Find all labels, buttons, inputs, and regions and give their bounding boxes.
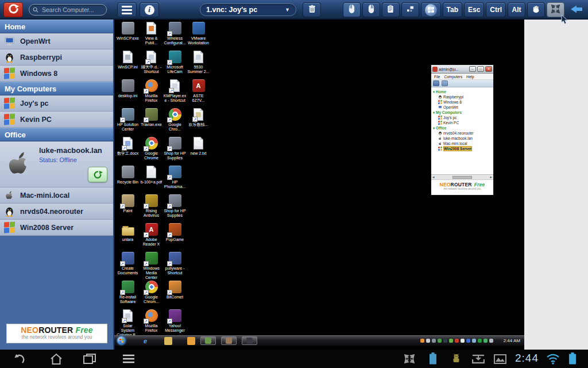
mouse-left-click-button[interactable] — [343, 2, 361, 17]
desktop-icon[interactable]: desktop.ini — [116, 79, 140, 98]
minimize-button[interactable]: – — [469, 66, 476, 72]
android-clock[interactable]: 2:44 — [515, 352, 539, 365]
search-box[interactable] — [29, 4, 107, 16]
desktop-icon[interactable]: ↗Google Chro... — [163, 108, 187, 132]
remote-taskbar[interactable]: e 2:44 AM — [114, 335, 524, 346]
tray-icon[interactable] — [432, 339, 436, 343]
menu-computers[interactable]: Computers — [444, 75, 462, 79]
mouse-right-click-button[interactable] — [362, 2, 380, 17]
recent-apps-button[interactable] — [82, 352, 98, 365]
desktop-icon[interactable]: Recycle Bin — [116, 166, 140, 185]
desktop-icon[interactable]: ↗HP Solution Center — [116, 108, 140, 132]
computers-tool-icon[interactable] — [433, 80, 439, 86]
sidebar-item[interactable]: Joy's pc — [0, 95, 113, 112]
tray-icon[interactable] — [489, 339, 493, 343]
start-button[interactable] — [117, 336, 126, 345]
scroll-left-arrow[interactable]: ◄ — [432, 175, 435, 179]
desktop-icon[interactable]: View & Publi... — [140, 22, 163, 45]
collapse-toolbar-button[interactable] — [566, 2, 587, 17]
menu-help[interactable]: Help — [466, 75, 474, 79]
tray-icon[interactable] — [455, 339, 459, 343]
maximize-button[interactable]: □ — [477, 66, 484, 72]
desktop-icon[interactable]: ↗Yahoo! Messenger — [163, 309, 187, 333]
desktop-icon[interactable]: ↗PopGame — [163, 223, 187, 242]
desktop-icon[interactable]: ↗HP Photosma... — [163, 166, 187, 189]
sidebar-item[interactable]: OpenWrt — [0, 33, 113, 49]
tray-icon[interactable] — [449, 339, 453, 343]
tree-item[interactable]: Mac-mini.local — [438, 141, 493, 146]
desktop-icon[interactable]: ↗Mozilla Firefox — [140, 309, 163, 333]
esc-key-button[interactable]: Esc — [464, 2, 484, 17]
tray-icon[interactable] — [466, 339, 470, 343]
tray-icon[interactable] — [426, 339, 430, 343]
remote-neorouter-window[interactable]: admin@ju... – □ ✕ FileComputersHelp ▾Hom… — [431, 64, 494, 195]
sidebar-item[interactable]: Win2008 Server — [0, 220, 113, 236]
tray-icon[interactable] — [420, 339, 424, 343]
desktop-icon[interactable]: A↗Adobe Reader X — [140, 223, 163, 247]
tree-item[interactable]: OpenWrt — [438, 105, 493, 110]
desktop-icon[interactable]: ↗数学工.docx — [116, 137, 140, 156]
taskbar-app-button[interactable] — [221, 336, 237, 345]
desktop-icon[interactable]: WinSCP.exe — [116, 22, 140, 41]
desktop-icon[interactable]: VMware Workstation — [187, 22, 210, 45]
tree-section[interactable]: ▾Office — [433, 125, 493, 131]
resize-display-button[interactable] — [401, 2, 419, 17]
scroll-right-arrow[interactable]: ► — [490, 175, 493, 179]
desktop-icon[interactable]: ↗Shop for HP Supplies — [163, 137, 187, 160]
sidebar-item-expanded[interactable]: luke-macbook.lanStatus: Offline — [0, 141, 113, 187]
desktop-icon[interactable]: ↗Windows Media Center — [140, 252, 163, 280]
desktop-icon[interactable]: ↗Google Chrom... — [140, 281, 163, 304]
clipboard-button[interactable] — [382, 2, 400, 17]
taskbar-app-button[interactable] — [200, 336, 216, 345]
windows-key-button[interactable] — [421, 2, 441, 17]
tree-item[interactable]: nrvds04.neorouter — [438, 131, 493, 136]
close-button[interactable]: ✕ — [485, 66, 492, 72]
scrollbar-thumb[interactable] — [452, 176, 472, 179]
desktop-icon[interactable]: ↗Paint — [116, 194, 140, 213]
usb-storage-icon[interactable] — [472, 354, 485, 364]
tree-item[interactable]: Kevin PC — [438, 120, 493, 125]
search-input[interactable] — [41, 6, 103, 14]
tab-key-button[interactable]: Tab — [443, 2, 462, 17]
taskbar-icon[interactable]: e — [141, 337, 149, 345]
sidebar-item[interactable]: Kevin PC — [0, 112, 113, 128]
tree-section[interactable]: ▾Home — [433, 89, 493, 94]
desktop-icon[interactable]: AASTE 6Z7V... — [187, 79, 210, 103]
taskbar-app-button[interactable] — [242, 336, 257, 345]
tree-section[interactable]: ▾My Computers — [433, 110, 493, 115]
neorouter-app-icon[interactable] — [3, 2, 23, 17]
taskbar-icon[interactable] — [164, 337, 172, 345]
sidebar-item[interactable]: Mac-mini.local — [0, 187, 113, 204]
sidebar-item[interactable]: nrvds04.neorouter — [0, 204, 113, 220]
tray-icon[interactable] — [478, 339, 482, 343]
desktop-icon[interactable]: unlara — [116, 223, 140, 242]
info-button[interactable]: i — [140, 2, 159, 17]
close-session-button[interactable] — [303, 2, 321, 17]
desktop-icon[interactable]: ↗BitComet — [163, 281, 187, 300]
desktop-icon[interactable]: ↗Mozilla Firefox — [140, 79, 163, 103]
app-menu-button[interactable] — [121, 352, 137, 365]
desktop-icon[interactable]: new 2.txt — [187, 137, 210, 156]
tray-icon[interactable] — [443, 339, 447, 343]
desktop-icon[interactable]: ↗Create Documents — [116, 252, 140, 275]
desktop-icon[interactable]: ↗pullyware - Shortcut — [163, 252, 187, 275]
screenshot-icon[interactable] — [494, 354, 506, 364]
menu-file[interactable]: File — [434, 75, 440, 79]
system-tray[interactable] — [420, 339, 493, 343]
battery-status-icon[interactable] — [429, 352, 437, 365]
tray-icon[interactable] — [438, 339, 442, 343]
battery-icon[interactable] — [568, 352, 577, 365]
network-tool-icon[interactable] — [442, 80, 448, 86]
desktop-icon[interactable]: b-100+a.pdf — [140, 166, 163, 185]
tree-item[interactable]: Raspberrypi — [438, 94, 493, 99]
remote-desktop-viewport[interactable]: WinSCP.exeView & Publi...↗Wireless Confi… — [114, 20, 524, 350]
desktop-icon[interactable]: ↗Wireless Configurat... — [163, 22, 187, 45]
tray-icon[interactable] — [472, 339, 476, 343]
tree-item[interactable]: Win2008 Server — [438, 146, 493, 151]
wifi-icon[interactable] — [546, 354, 560, 365]
desktop-icon[interactable]: ↗聊天中.d.. - Shortcut — [140, 51, 163, 74]
desktop-icon[interactable]: ↗Rising Antivirus — [140, 194, 163, 218]
desktop-icon[interactable]: ↗Google Chrome — [140, 137, 163, 160]
fullscreen-toggle-icon[interactable] — [404, 354, 415, 364]
alt-key-button[interactable]: Alt — [508, 2, 525, 17]
